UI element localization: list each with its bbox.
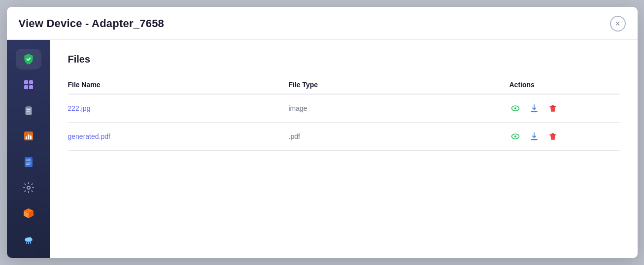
svg-rect-9 [26, 136, 27, 139]
col-file-type: File Type [289, 76, 509, 94]
svg-point-20 [27, 237, 32, 241]
file-type-cell: image [289, 94, 509, 123]
log-icon: LOG [22, 155, 35, 169]
sidebar-item-chart[interactable] [16, 126, 41, 146]
file-name-cell: generated.pdf [68, 123, 289, 151]
sidebar-item-shield[interactable] [16, 49, 41, 69]
svg-rect-2 [24, 85, 28, 89]
download-button[interactable] [528, 131, 540, 142]
modal-container: View Device - Adapter_7658 × [7, 7, 638, 258]
svg-text:LOG: LOG [26, 158, 31, 161]
files-section-title: Files [68, 54, 620, 65]
sidebar-item-clipboard[interactable] [16, 100, 41, 121]
col-actions: Actions [509, 76, 620, 94]
sidebar-item-grid[interactable] [16, 74, 41, 95]
svg-rect-33 [549, 134, 556, 135]
svg-point-25 [514, 107, 516, 109]
modal-body: LOG [7, 40, 638, 258]
sidebar-item-cloud[interactable] [16, 229, 41, 249]
view-button[interactable] [509, 131, 521, 142]
sidebar-item-package[interactable] [16, 203, 41, 224]
svg-rect-0 [24, 80, 28, 84]
cloud-icon [22, 232, 35, 246]
table-row: generated.pdf.pdf [68, 123, 620, 151]
file-name-cell: 222.jpg [68, 94, 289, 123]
sidebar-item-log[interactable]: LOG [16, 152, 41, 172]
svg-rect-26 [531, 111, 537, 112]
actions-cell [509, 94, 620, 123]
svg-rect-3 [29, 85, 33, 89]
svg-point-17 [27, 186, 30, 189]
modal-title: View Device - Adapter_7658 [19, 17, 165, 30]
svg-point-30 [514, 135, 516, 137]
svg-rect-10 [28, 134, 29, 139]
svg-rect-4 [25, 107, 32, 115]
svg-rect-5 [27, 106, 30, 108]
svg-rect-1 [29, 80, 33, 84]
main-content: Files File Name File Type Actions 222.jp… [50, 40, 638, 258]
svg-rect-32 [551, 133, 554, 134]
package-icon [22, 206, 35, 220]
view-button[interactable] [509, 102, 521, 114]
clipboard-icon [22, 103, 35, 117]
modal-overlay: View Device - Adapter_7658 × [0, 0, 644, 265]
chart-icon [22, 129, 35, 143]
delete-button[interactable] [547, 102, 559, 114]
file-type-cell: .pdf [289, 123, 509, 151]
svg-rect-31 [531, 139, 537, 140]
col-file-name: File Name [68, 76, 289, 94]
download-button[interactable] [528, 102, 540, 114]
delete-button[interactable] [547, 131, 559, 142]
sidebar: LOG [7, 40, 50, 258]
settings-icon [22, 181, 35, 195]
table-row: 222.jpgimage [68, 94, 620, 123]
svg-rect-28 [549, 106, 556, 107]
modal-header: View Device - Adapter_7658 × [7, 7, 638, 40]
shield-icon [22, 52, 35, 66]
sidebar-item-settings[interactable] [16, 177, 41, 198]
close-button[interactable]: × [610, 16, 626, 32]
svg-rect-27 [551, 105, 554, 106]
grid-icon [22, 78, 35, 92]
files-table: File Name File Type Actions 222.jpgimage… [68, 76, 620, 151]
svg-rect-11 [30, 135, 32, 139]
actions-cell [509, 123, 620, 151]
